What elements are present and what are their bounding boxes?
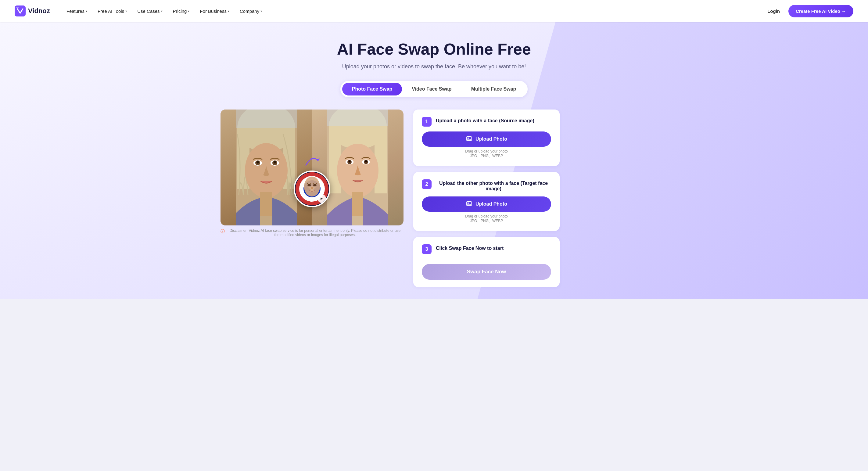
chevron-down-icon: ▾ xyxy=(188,9,189,13)
upload-icon xyxy=(466,201,472,208)
face-swap-tabs: Photo Face Swap Video Face Swap Multiple… xyxy=(340,81,528,97)
chevron-down-icon: ▾ xyxy=(260,9,262,13)
svg-rect-12 xyxy=(260,192,272,216)
face-left xyxy=(220,109,312,225)
hero-subtitle: Upload your photos or videos to swap the… xyxy=(14,63,854,70)
source-face-image xyxy=(220,109,312,225)
chevron-down-icon: ▾ xyxy=(125,9,127,13)
login-button[interactable]: Login xyxy=(764,6,783,16)
main-content-area: ▶ ⓘ Disclaimer: Vidnoz AI face swap serv… xyxy=(220,109,648,287)
svg-rect-26 xyxy=(327,109,388,126)
face-right xyxy=(312,109,403,225)
nav-features[interactable]: Features ▾ xyxy=(62,6,92,16)
nav-for-business[interactable]: For Business ▾ xyxy=(195,6,234,16)
svg-point-11 xyxy=(274,161,276,163)
disclaimer-text: ⓘ Disclaimer: Vidnoz AI face swap servic… xyxy=(220,228,403,237)
svg-point-40 xyxy=(468,202,468,203)
nav-pricing[interactable]: Pricing ▾ xyxy=(169,6,194,16)
svg-point-32 xyxy=(304,177,320,196)
nav-links: Features ▾ Free AI Tools ▾ Use Cases ▾ P… xyxy=(62,6,764,16)
vidnoz-logo-icon xyxy=(14,5,26,17)
info-icon: ⓘ xyxy=(220,229,225,234)
step-3-number: 3 xyxy=(422,244,432,254)
upload-source-photo-button[interactable]: Upload Photo xyxy=(422,131,551,147)
step-1-hint: Drag or upload your photo JPG、PNG、WEBP xyxy=(422,149,551,159)
step-2-hint: Drag or upload your photo JPG、PNG、WEBP xyxy=(422,214,551,224)
face-svg-right xyxy=(312,109,403,225)
step-3-title: Click Swap Face Now to start xyxy=(436,244,503,251)
step-2-header: 2 Upload the other photo with a face (Ta… xyxy=(422,179,551,192)
result-face-image xyxy=(312,109,403,225)
nav-use-cases[interactable]: Use Cases ▾ xyxy=(133,6,166,16)
tab-video-face-swap[interactable]: Video Face Swap xyxy=(402,83,461,95)
page-title: AI Face Swap Online Free xyxy=(14,40,854,59)
svg-rect-0 xyxy=(14,5,26,17)
step-1-header: 1 Upload a photo with a face (Source ima… xyxy=(422,117,551,127)
svg-point-21 xyxy=(349,160,351,162)
nav-actions: Login Create Free AI Video → xyxy=(764,5,854,18)
step-3-header: 3 Click Swap Face Now to start xyxy=(422,244,551,254)
svg-point-24 xyxy=(365,160,367,162)
svg-point-38 xyxy=(468,137,468,138)
chevron-down-icon: ▾ xyxy=(161,9,162,13)
swap-direction-arrow xyxy=(303,153,321,170)
play-icon[interactable]: ▶ xyxy=(317,194,326,203)
step-2-title: Upload the other photo with a face (Targ… xyxy=(436,179,551,192)
svg-point-33 xyxy=(307,184,311,186)
navbar: Vidnoz Features ▾ Free AI Tools ▾ Use Ca… xyxy=(0,0,868,22)
svg-point-8 xyxy=(256,161,259,163)
steps-panel: 1 Upload a photo with a face (Source ima… xyxy=(413,109,560,287)
demo-panel: ▶ ⓘ Disclaimer: Vidnoz AI face swap serv… xyxy=(220,109,403,237)
tab-photo-face-swap[interactable]: Photo Face Swap xyxy=(342,83,402,95)
demo-image: ▶ xyxy=(220,109,403,225)
create-free-video-button[interactable]: Create Free AI Video → xyxy=(788,5,854,18)
brand-logo[interactable]: Vidnoz xyxy=(14,5,50,17)
svg-rect-25 xyxy=(352,192,363,216)
step-1-number: 1 xyxy=(422,117,432,127)
swap-face-overlay: ▶ xyxy=(294,170,330,207)
step-2-number: 2 xyxy=(422,179,432,189)
svg-point-34 xyxy=(313,184,317,186)
step-3-card: 3 Click Swap Face Now to start Swap Face… xyxy=(413,237,560,287)
step-1-card: 1 Upload a photo with a face (Source ima… xyxy=(413,109,560,166)
brand-name: Vidnoz xyxy=(28,7,50,15)
upload-target-photo-button[interactable]: Upload Photo xyxy=(422,196,551,212)
hero-section: AI Face Swap Online Free Upload your pho… xyxy=(0,22,868,299)
face-svg-left xyxy=(220,109,312,225)
step-1-title: Upload a photo with a face (Source image… xyxy=(436,117,534,124)
nav-company[interactable]: Company ▾ xyxy=(236,6,266,16)
upload-icon xyxy=(466,136,472,143)
svg-rect-13 xyxy=(236,109,297,128)
chevron-down-icon: ▾ xyxy=(228,9,229,13)
chevron-down-icon: ▾ xyxy=(86,9,87,13)
step-2-card: 2 Upload the other photo with a face (Ta… xyxy=(413,172,560,231)
swap-face-now-button[interactable]: Swap Face Now xyxy=(422,264,551,280)
svg-point-35 xyxy=(311,187,313,189)
nav-free-ai-tools[interactable]: Free AI Tools ▾ xyxy=(93,6,131,16)
tab-multiple-face-swap[interactable]: Multiple Face Swap xyxy=(461,83,526,95)
